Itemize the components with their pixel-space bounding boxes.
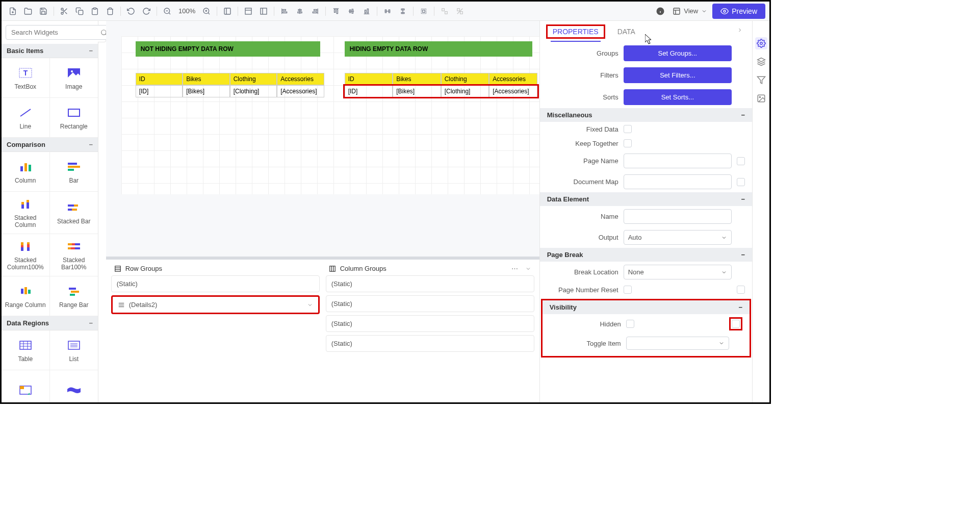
fixed-data-checkbox[interactable]	[624, 125, 632, 133]
table-data-cell[interactable]: [Bikes]	[393, 85, 441, 97]
layers-icon[interactable]	[755, 56, 767, 68]
visibility-group-header[interactable]: Visibility−	[543, 300, 750, 314]
widget-rectangle[interactable]: Rectangle	[50, 98, 98, 138]
page-name-input[interactable]	[624, 154, 732, 168]
set-groups-button[interactable]: Set Groups...	[624, 45, 732, 61]
delete-icon[interactable]	[103, 4, 117, 18]
expression-button[interactable]	[737, 157, 745, 165]
table-data-cell[interactable]: [Accessories]	[277, 85, 324, 97]
widget-stacked-bar-100[interactable]: Stacked Bar100%	[50, 234, 98, 276]
col-group-item[interactable]: (Static)	[326, 315, 534, 332]
widget-pivot[interactable]	[2, 370, 50, 404]
redo-icon[interactable]	[139, 4, 153, 18]
table-title-2[interactable]: HIDING EMPTY DATA ROW	[345, 41, 532, 57]
widget-table[interactable]: Table	[2, 330, 50, 370]
zoom-out-icon[interactable]	[160, 4, 174, 18]
page-number-reset-checkbox[interactable]	[624, 286, 632, 294]
search-input[interactable]	[6, 25, 112, 40]
image-icon[interactable]	[755, 92, 767, 105]
table-header-cell[interactable]: Clothing	[230, 73, 277, 85]
table-header-cell[interactable]: Accessories	[277, 73, 324, 85]
table-data-cell[interactable]: [Bikes]	[183, 85, 230, 97]
table-header-cell[interactable]: Accessories	[489, 73, 537, 85]
table-title-1[interactable]: NOT HIDING EMPTY DATA ROW	[136, 41, 320, 57]
table-header-cell[interactable]: Clothing	[441, 73, 489, 85]
widget-list[interactable]: List	[50, 330, 98, 370]
align-middle-icon[interactable]	[344, 4, 358, 18]
table-data-cell[interactable]: [Clothing]	[230, 85, 277, 97]
widget-line[interactable]: Line	[2, 98, 50, 138]
view-dropdown[interactable]: View	[668, 7, 711, 15]
info-icon[interactable]	[653, 4, 667, 18]
table-header-cell[interactable]: ID	[345, 73, 393, 85]
table-data-cell[interactable]: [Clothing]	[441, 85, 489, 97]
output-select[interactable]: Auto	[624, 230, 732, 245]
align-top-icon[interactable]	[329, 4, 343, 18]
data-element-group-header[interactable]: Data Element−	[540, 192, 752, 206]
more-options-icon[interactable]: ⋯	[511, 265, 518, 272]
tab-properties[interactable]: PROPERTIES	[551, 22, 601, 42]
keep-together-checkbox[interactable]	[624, 139, 632, 147]
zoom-level[interactable]: 100%	[175, 7, 198, 15]
align-center-h-icon[interactable]	[293, 4, 307, 18]
cut-icon[interactable]	[57, 4, 71, 18]
open-folder-icon[interactable]	[21, 4, 35, 18]
new-file-icon[interactable]	[6, 4, 20, 18]
canvas-area[interactable]: NOT HIDING EMPTY DATA ROW HIDING EMPTY D…	[106, 21, 539, 257]
comparison-section-header[interactable]: Comparison−	[2, 138, 98, 152]
zoom-in-icon[interactable]	[199, 4, 214, 18]
insert-col-icon[interactable]	[256, 4, 271, 18]
tab-data[interactable]: DATA	[615, 22, 637, 41]
group-icon[interactable]	[437, 4, 452, 18]
chevron-down-icon[interactable]	[307, 302, 313, 308]
doc-map-input[interactable]	[624, 174, 732, 189]
row-group-item[interactable]: (Static)	[111, 275, 320, 292]
widget-column[interactable]: Column	[2, 152, 50, 192]
col-group-item[interactable]: (Static)	[326, 295, 534, 312]
page-break-group-header[interactable]: Page Break−	[540, 248, 752, 262]
table-data-cell[interactable]: [ID]	[136, 85, 183, 97]
toggle-item-select[interactable]	[626, 337, 729, 350]
chevron-down-icon[interactable]	[525, 266, 531, 272]
size-icon[interactable]	[417, 4, 431, 18]
widget-stacked-bar[interactable]: Stacked Bar	[50, 192, 98, 234]
row-group-item-selected[interactable]: (Details2)	[111, 295, 320, 314]
break-location-select[interactable]: None	[624, 265, 732, 279]
table-header-cell[interactable]: ID	[136, 73, 183, 85]
data-regions-section-header[interactable]: Data Regions−	[2, 316, 98, 330]
align-right-icon[interactable]	[308, 4, 322, 18]
set-sorts-button[interactable]: Set Sorts...	[624, 89, 732, 105]
insert-row-icon[interactable]	[241, 4, 255, 18]
table-header-cell[interactable]: Bikes	[183, 73, 230, 85]
widget-stacked-column[interactable]: Stacked Column	[2, 192, 50, 234]
widget-map[interactable]	[50, 370, 98, 404]
distribute-h-icon[interactable]	[380, 4, 395, 18]
chevron-right-icon[interactable]	[737, 27, 746, 36]
widget-image[interactable]: Image	[50, 58, 98, 98]
table-header-cell[interactable]: Bikes	[393, 73, 441, 85]
distribute-v-icon[interactable]	[396, 4, 410, 18]
preview-button[interactable]: Preview	[712, 4, 765, 19]
table-2[interactable]: ID Bikes Clothing Accessories [ID] [Bike…	[345, 73, 537, 97]
undo-icon[interactable]	[124, 4, 138, 18]
settings-icon[interactable]	[755, 37, 767, 49]
widget-stacked-column-100[interactable]: Stacked Column100%	[2, 234, 50, 276]
layout-icon[interactable]	[220, 4, 235, 18]
widget-range-bar[interactable]: Range Bar	[50, 276, 98, 316]
widget-range-column[interactable]: Range Column	[2, 276, 50, 316]
widget-textbox[interactable]: TTextBox	[2, 58, 50, 98]
ungroup-icon[interactable]	[453, 4, 467, 18]
hidden-checkbox[interactable]	[626, 320, 634, 328]
expression-button[interactable]	[737, 286, 745, 294]
col-group-item[interactable]: (Static)	[326, 335, 534, 352]
align-bottom-icon[interactable]	[359, 4, 374, 18]
widget-bar[interactable]: Bar	[50, 152, 98, 192]
table-data-cell[interactable]: [ID]	[345, 85, 393, 97]
set-filters-button[interactable]: Set Filters...	[624, 67, 732, 83]
hidden-expression-button[interactable]	[732, 320, 740, 328]
basic-items-section-header[interactable]: Basic Items−	[2, 44, 98, 58]
copy-icon[interactable]	[72, 4, 87, 18]
align-left-icon[interactable]	[277, 4, 292, 18]
paste-icon[interactable]	[88, 4, 102, 18]
filter-icon[interactable]	[755, 74, 767, 86]
